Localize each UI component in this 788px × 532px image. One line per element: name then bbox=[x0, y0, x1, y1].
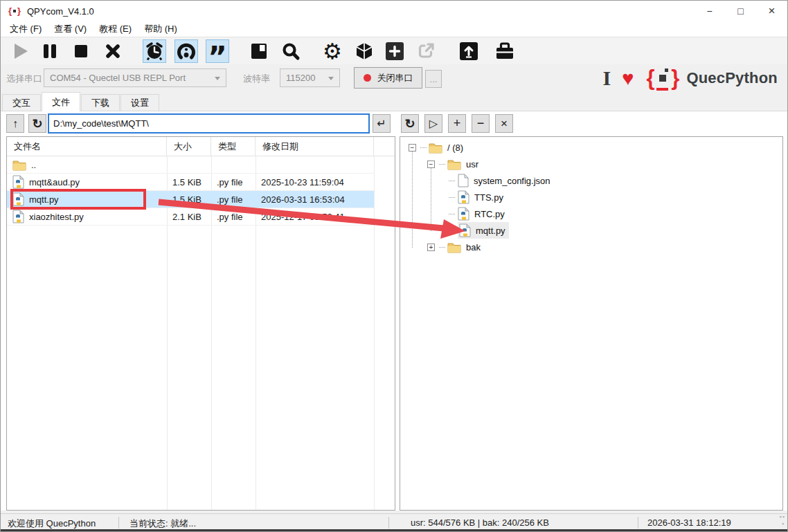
device-tree: − / (8) − usr bbox=[400, 137, 782, 510]
upload-icon bbox=[460, 42, 478, 60]
repl-robot-button[interactable] bbox=[174, 39, 198, 63]
expand-icon[interactable]: + bbox=[427, 244, 435, 251]
settings-button[interactable]: ⚙ bbox=[321, 39, 344, 63]
stop-icon bbox=[73, 43, 89, 59]
menu-tutorial[interactable]: 教程 (E) bbox=[93, 21, 138, 37]
column-header-name[interactable]: 文件名 bbox=[7, 137, 167, 156]
local-files-pane: 文件名 大小 类型 修改日期 .. bbox=[6, 136, 395, 511]
title-bar: {} QPYcom_V4.1.0 − □ × bbox=[1, 1, 787, 21]
refresh-local-button[interactable]: ↻ bbox=[28, 114, 46, 133]
path-input[interactable] bbox=[48, 113, 370, 134]
tab-file[interactable]: 文件 bbox=[42, 92, 80, 111]
toolbox-button[interactable] bbox=[493, 39, 517, 63]
device-tree-pane: − / (8) − usr bbox=[400, 136, 783, 511]
menu-view[interactable]: 查看 (V) bbox=[48, 21, 93, 37]
play-outline-icon: ▷ bbox=[429, 117, 438, 130]
tree-node-label: system_config.json bbox=[474, 176, 550, 186]
go-path-button[interactable]: ↵ bbox=[373, 114, 391, 133]
chevron-down-icon bbox=[215, 77, 220, 80]
status-bar: 欢迎使用 QuecPython 当前状态: 就绪... usr: 544/576… bbox=[1, 513, 787, 531]
brand-name: QuecPython bbox=[686, 69, 778, 87]
more-options-button[interactable]: ... bbox=[425, 70, 442, 88]
file-size bbox=[167, 156, 211, 173]
collapse-icon[interactable]: − bbox=[409, 144, 416, 152]
file-type: .py file bbox=[211, 191, 256, 208]
file-modified: 2025-10-23 11:59:04 bbox=[256, 174, 374, 190]
file-type: .py file bbox=[211, 174, 256, 190]
tree-node-file[interactable]: TTS.py bbox=[400, 189, 782, 205]
menu-help[interactable]: 帮助 (H) bbox=[138, 21, 183, 37]
save-icon bbox=[250, 42, 268, 60]
save-button[interactable] bbox=[247, 39, 271, 63]
file-name: mqtt.py bbox=[29, 194, 59, 205]
tab-settings[interactable]: 设置 bbox=[120, 94, 159, 111]
close-button[interactable]: × bbox=[756, 1, 787, 21]
quote-button[interactable]: ” bbox=[206, 39, 229, 63]
delete-file-button[interactable]: × bbox=[495, 114, 513, 133]
alarm-button[interactable] bbox=[143, 39, 166, 63]
refresh-device-button[interactable]: ↻ bbox=[401, 114, 419, 133]
tree-node-file[interactable]: system_config.json bbox=[400, 172, 782, 189]
search-button[interactable] bbox=[279, 39, 303, 63]
tab-download[interactable]: 下载 bbox=[81, 94, 120, 111]
quecpython-logo-icon: {} bbox=[645, 65, 681, 91]
remove-file-button[interactable]: − bbox=[472, 114, 490, 133]
collapse-icon[interactable]: − bbox=[427, 160, 435, 168]
file-name: .. bbox=[31, 160, 36, 170]
tab-strip: 交互 文件 下载 设置 bbox=[1, 92, 787, 111]
table-row-selected[interactable]: mqtt.py 1.5 KiB .py file 2026-03-31 16:5… bbox=[7, 191, 395, 208]
up-directory-button[interactable]: ↑ bbox=[6, 114, 24, 133]
main-toolbar: ” ⚙ bbox=[1, 37, 787, 64]
package-button[interactable] bbox=[352, 39, 376, 63]
tree-node-file[interactable]: RTC.py bbox=[400, 205, 782, 222]
file-icon bbox=[458, 174, 469, 187]
column-header-size[interactable]: 大小 bbox=[167, 137, 211, 156]
status-state: 当前状态: 就绪... bbox=[129, 517, 196, 530]
tree-node-bak[interactable]: + bak bbox=[400, 239, 782, 255]
up-arrow-icon: ↑ bbox=[12, 118, 18, 130]
window-title: QPYcom_V4.1.0 bbox=[27, 6, 94, 17]
app-icon: {} bbox=[8, 6, 21, 17]
run-script-button[interactable]: ▷ bbox=[424, 114, 442, 133]
tree-node-usr[interactable]: − usr bbox=[400, 156, 782, 172]
minus-icon: − bbox=[477, 116, 485, 131]
gear-icon: ⚙ bbox=[323, 41, 342, 62]
serial-bar: 选择串口 COM54 - Quectel USB REPL Port 波特率 1… bbox=[1, 64, 787, 92]
table-row[interactable]: xiaozhitest.py 2.1 KiB .py file 2025-12-… bbox=[7, 208, 395, 226]
add-button[interactable] bbox=[383, 39, 406, 63]
tree-node-root[interactable]: − / (8) bbox=[400, 139, 782, 156]
menu-file[interactable]: 文件 (F) bbox=[3, 21, 48, 37]
minimize-button[interactable]: − bbox=[694, 1, 725, 21]
baud-select[interactable]: 115200 bbox=[280, 68, 340, 87]
serial-port-label: 选择串口 bbox=[6, 73, 42, 85]
tree-node-label: RTC.py bbox=[474, 209, 505, 219]
export-button[interactable] bbox=[415, 39, 438, 63]
table-row[interactable]: mqtt&aud.py 1.5 KiB .py file 2025-10-23 … bbox=[7, 174, 395, 191]
robot-icon bbox=[176, 41, 197, 62]
tab-interact[interactable]: 交互 bbox=[2, 94, 41, 111]
column-header-modified[interactable]: 修改日期 bbox=[256, 137, 374, 156]
port-open-indicator-icon bbox=[364, 74, 371, 82]
pause-button[interactable] bbox=[38, 39, 62, 63]
enter-icon: ↵ bbox=[377, 117, 386, 130]
maximize-button[interactable]: □ bbox=[725, 1, 756, 21]
close-port-button[interactable]: 关闭串口 bbox=[354, 67, 422, 89]
add-file-button[interactable]: + bbox=[448, 114, 466, 133]
file-size: 1.5 KiB bbox=[167, 174, 211, 190]
file-type bbox=[211, 156, 256, 173]
stop-button[interactable] bbox=[69, 39, 93, 63]
run-button[interactable] bbox=[8, 39, 32, 63]
python-file-icon bbox=[12, 192, 24, 206]
kill-button[interactable] bbox=[101, 39, 125, 63]
folder-icon bbox=[12, 159, 26, 171]
table-row[interactable]: .. bbox=[7, 156, 395, 174]
column-header-type[interactable]: 类型 bbox=[211, 137, 256, 156]
resize-grip-icon[interactable]: ▪▪ ▪ bbox=[780, 513, 785, 527]
serial-port-value: COM54 - Quectel USB REPL Port bbox=[50, 73, 186, 83]
upload-button[interactable] bbox=[457, 39, 481, 63]
serial-port-select[interactable]: COM54 - Quectel USB REPL Port bbox=[44, 68, 226, 87]
tree-node-file-highlighted[interactable]: mqtt.py bbox=[400, 222, 782, 239]
close-x-icon bbox=[104, 42, 122, 60]
plus-square-icon bbox=[386, 42, 404, 60]
brand-area: I ♥ {} QuecPython bbox=[603, 64, 778, 92]
